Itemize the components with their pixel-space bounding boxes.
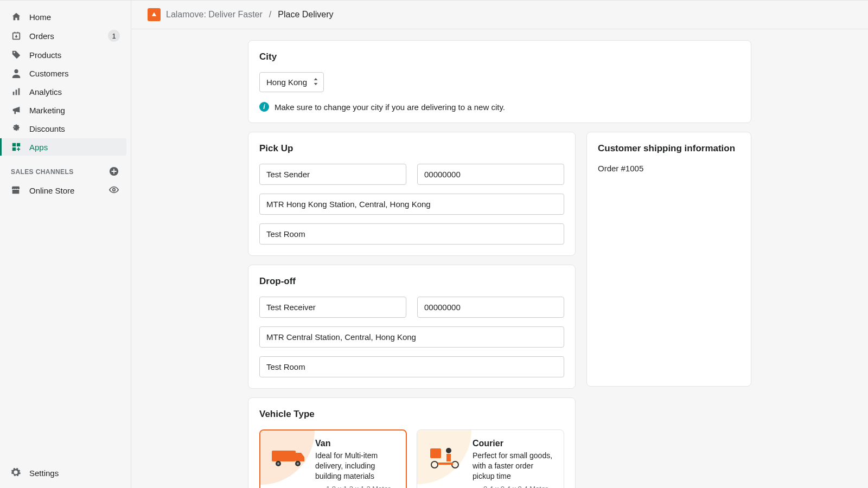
orders-icon bbox=[11, 30, 22, 41]
tag-icon bbox=[11, 49, 22, 60]
sidebar-item-marketing[interactable]: Marketing bbox=[4, 101, 126, 119]
sidebar-item-label: Discounts bbox=[29, 124, 120, 133]
pickup-address-input[interactable] bbox=[259, 194, 564, 215]
dropoff-detail-input[interactable] bbox=[259, 356, 564, 377]
sidebar-item-settings[interactable]: Settings bbox=[0, 461, 131, 488]
vehicle-card: Vehicle Type Van Ideal for Multi-item de… bbox=[248, 397, 576, 488]
dropoff-phone-input[interactable] bbox=[417, 297, 564, 318]
view-store-button[interactable] bbox=[109, 185, 120, 196]
svg-point-16 bbox=[446, 448, 451, 453]
shipping-info-card: Customer shipping information Order #100… bbox=[586, 132, 751, 387]
discount-icon bbox=[11, 123, 22, 134]
breadcrumb-separator: / bbox=[269, 10, 271, 20]
channel-online-store[interactable]: Online Store bbox=[4, 182, 126, 199]
breadcrumb-current: Place Delivery bbox=[278, 10, 333, 20]
city-selected-value: Hong Kong bbox=[266, 78, 307, 87]
van-icon bbox=[270, 443, 307, 469]
sidebar-item-home[interactable]: Home bbox=[4, 8, 126, 25]
sidebar-item-customers[interactable]: Customers bbox=[4, 65, 126, 82]
svg-point-13 bbox=[277, 463, 279, 465]
svg-rect-15 bbox=[430, 448, 441, 458]
info-icon: i bbox=[259, 102, 269, 112]
dropoff-address-input[interactable] bbox=[259, 326, 564, 348]
vehicle-desc: Ideal for Multi-item delivery, including… bbox=[315, 451, 397, 481]
home-icon bbox=[11, 11, 22, 22]
sales-channels-header: SALES CHANNELS bbox=[0, 157, 131, 181]
svg-rect-10 bbox=[272, 451, 296, 461]
megaphone-icon bbox=[11, 105, 22, 115]
dropoff-title: Drop-off bbox=[259, 276, 564, 287]
svg-rect-4 bbox=[18, 88, 20, 95]
svg-point-1 bbox=[14, 69, 18, 73]
sidebar-item-label: Products bbox=[29, 50, 120, 60]
vehicle-option-van[interactable]: Van Ideal for Multi-item delivery, inclu… bbox=[259, 429, 407, 488]
vehicle-dims: 1.8 x 1.2 x 1.2 Meter. Up to 800 kg bbox=[326, 485, 397, 488]
sidebar-item-analytics[interactable]: Analytics bbox=[4, 83, 126, 100]
city-info-text: Make sure to change your city if you are… bbox=[275, 102, 505, 112]
svg-point-18 bbox=[431, 461, 438, 468]
sidebar-item-orders[interactable]: Orders 1 bbox=[4, 27, 126, 45]
channel-label: Online Store bbox=[29, 186, 109, 195]
vehicle-name: Van bbox=[315, 439, 397, 448]
sidebar-item-label: Customers bbox=[29, 69, 120, 78]
pickup-phone-input[interactable] bbox=[417, 164, 564, 185]
pickup-name-input[interactable] bbox=[259, 164, 406, 185]
orders-badge: 1 bbox=[108, 30, 120, 42]
pickup-title: Pick Up bbox=[259, 143, 564, 154]
sidebar: Home Orders 1 Products Customers bbox=[0, 1, 131, 488]
vehicle-dims: 0.4 x 0.4 x 0.4 Meter. Up to 10 kg bbox=[483, 485, 554, 488]
svg-rect-2 bbox=[13, 92, 15, 95]
city-select[interactable]: Hong Kong bbox=[259, 72, 324, 92]
sidebar-item-label: Orders bbox=[29, 31, 108, 41]
apps-icon bbox=[11, 142, 22, 152]
vehicle-name: Courier bbox=[473, 439, 554, 448]
sidebar-item-label: Marketing bbox=[29, 106, 120, 115]
analytics-icon bbox=[11, 86, 22, 97]
sidebar-item-discounts[interactable]: Discounts bbox=[4, 120, 126, 137]
pickup-detail-input[interactable] bbox=[259, 223, 564, 245]
sidebar-item-label: Apps bbox=[29, 143, 120, 152]
svg-rect-17 bbox=[446, 454, 451, 461]
courier-icon bbox=[427, 443, 464, 469]
shipping-info-title: Customer shipping information bbox=[598, 143, 740, 154]
svg-rect-3 bbox=[16, 89, 17, 95]
lalamove-logo bbox=[148, 8, 161, 21]
city-title: City bbox=[259, 52, 740, 62]
vehicle-option-courier[interactable]: Courier Perfect for small goods, with a … bbox=[417, 429, 564, 488]
vehicle-title: Vehicle Type bbox=[259, 409, 564, 420]
sidebar-item-apps[interactable]: Apps bbox=[0, 138, 126, 156]
sidebar-item-label: Analytics bbox=[29, 87, 120, 97]
dropoff-card: Drop-off bbox=[248, 265, 576, 389]
breadcrumb-app[interactable]: Lalamove: Deliver Faster bbox=[166, 10, 263, 20]
svg-point-14 bbox=[297, 463, 299, 465]
section-header-label: SALES CHANNELS bbox=[11, 168, 74, 176]
vehicle-desc: Perfect for small goods, with a faster o… bbox=[473, 451, 554, 481]
add-channel-button[interactable] bbox=[109, 166, 120, 177]
order-number: Order #1005 bbox=[598, 164, 740, 173]
sidebar-item-products[interactable]: Products bbox=[4, 46, 126, 63]
sidebar-item-label: Home bbox=[29, 12, 120, 22]
svg-rect-6 bbox=[17, 143, 20, 146]
city-card: City Hong Kong i Make sure to change you… bbox=[248, 40, 751, 123]
pickup-card: Pick Up bbox=[248, 132, 576, 256]
user-icon bbox=[11, 68, 22, 79]
settings-label: Settings bbox=[29, 468, 59, 478]
svg-point-9 bbox=[113, 189, 116, 191]
gear-icon bbox=[11, 467, 22, 478]
store-icon bbox=[11, 185, 22, 196]
breadcrumb: Lalamove: Deliver Faster / Place Deliver… bbox=[131, 1, 868, 29]
svg-rect-7 bbox=[12, 147, 16, 151]
dropoff-name-input[interactable] bbox=[259, 297, 406, 318]
svg-rect-5 bbox=[12, 143, 16, 146]
